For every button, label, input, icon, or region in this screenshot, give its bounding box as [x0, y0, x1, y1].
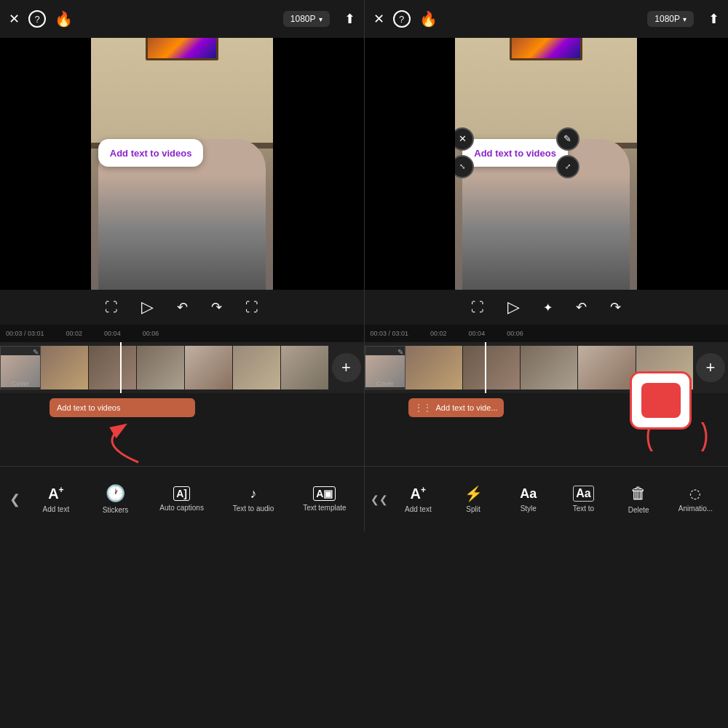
quality-badge-left[interactable]: 1080P: [283, 11, 330, 27]
close-icon-left[interactable]: ✕: [9, 11, 20, 27]
split-label-right: Split: [466, 505, 480, 513]
toolbar-stickers-left[interactable]: 🕐 Stickers: [98, 478, 134, 520]
left-room-painting: [146, 38, 218, 60]
text-to-audio-icon-left: ♪: [250, 486, 257, 502]
toolbar-text-to-audio-left[interactable]: ♪ Text to audio: [230, 478, 277, 520]
text-to-label-right: Text to: [573, 505, 594, 513]
redo-btn-left[interactable]: ↷: [205, 296, 228, 318]
left-video-strip: [41, 346, 329, 389]
toolbar-split-right[interactable]: ⚡ Split: [455, 478, 491, 520]
left-cover-thumb[interactable]: ✎ Cover: [0, 346, 41, 389]
fullscreen-btn-left[interactable]: ⛶: [99, 297, 124, 318]
toolbar-delete-right[interactable]: 🗑 Delete: [620, 478, 657, 520]
left-toolbar-items: A+ Add text 🕐 Stickers A] Auto captions …: [26, 478, 361, 520]
left-marker-2: 00:04: [104, 330, 121, 337]
text-template-label-left: Text template: [303, 504, 346, 512]
left-strip-frame-3: [137, 346, 184, 389]
delete-popup-wrapper: [630, 371, 692, 430]
close-icon-right[interactable]: ✕: [373, 11, 384, 27]
right-marker-1: 00:02: [430, 330, 447, 337]
animation-icon-right: ◌: [689, 486, 701, 502]
right-strip-frame-1: [405, 346, 462, 389]
toolbar-style-right[interactable]: Aa Style: [510, 478, 547, 520]
right-track-drag-handle: ⋮⋮: [414, 403, 432, 413]
undo-btn-right[interactable]: ↶: [570, 296, 593, 318]
left-editor-panel: ✕ ? 🔥 1080P ⬆ Add text to videos: [0, 0, 365, 466]
left-controls-bar: ⛶ ▷ ↶ ↷ ⛶: [0, 290, 364, 325]
left-timeline-cursor: [120, 342, 122, 393]
right-toolbar: ❮❮ A+ Add text ⚡ Split Aa Style Aa Text …: [365, 466, 729, 531]
play-btn-left[interactable]: ▷: [135, 295, 159, 320]
left-arrow-area: [0, 422, 364, 466]
left-video-bg: Add text to videos: [91, 38, 273, 290]
right-timeline-ruler: 00:03 / 03:01 00:02 00:04 00:06: [365, 325, 729, 342]
left-strip-frame-4: [185, 346, 232, 389]
help-icon-left[interactable]: ?: [28, 10, 46, 28]
right-collapse-btn[interactable]: ❮❮: [368, 467, 391, 531]
toolbar-add-text-left[interactable]: A+ Add text: [38, 478, 74, 520]
right-top-bar: ✕ ? 🔥 1080P ⬆: [365, 0, 729, 38]
animation-label-right: Animatio...: [678, 505, 713, 513]
delete-label-right: Delete: [628, 506, 649, 514]
left-text-track-bar[interactable]: Add text to videos: [50, 398, 195, 417]
left-text-bubble[interactable]: Add text to videos: [98, 139, 204, 167]
left-collapse-btn[interactable]: ❮: [3, 467, 26, 531]
left-video-text: Add text to videos: [110, 148, 192, 159]
right-text-track-row: ⋮⋮ Add text to vide...: [365, 393, 729, 422]
right-toolbar-items: A+ Add text ⚡ Split Aa Style Aa Text to …: [391, 478, 726, 520]
expand-btn-right[interactable]: ⛶: [465, 297, 490, 318]
right-text-bubble[interactable]: ✕ ✎ ⤡ ⤢ Add text to videos: [462, 139, 568, 167]
right-editor-panel: ✕ ? 🔥 1080P ⬆ ✕ ✎ ⤡ ⤢: [365, 0, 729, 466]
right-marker-3: 00:06: [507, 330, 523, 337]
add-text-icon-left: A+: [48, 485, 63, 502]
toolbar-text-to-right[interactable]: Aa Text to: [565, 478, 601, 520]
help-icon-right[interactable]: ?: [393, 10, 411, 28]
quality-badge-right[interactable]: 1080P: [647, 11, 694, 27]
right-text-track-label: Add text to vide...: [436, 403, 498, 412]
edit-handle[interactable]: ✎: [556, 127, 579, 151]
toolbar-auto-captions-left[interactable]: A] Auto captions: [157, 478, 207, 520]
auto-captions-icon-left: A]: [173, 486, 190, 501]
stickers-icon-left: 🕐: [106, 484, 125, 503]
left-strip-frame-1: [41, 346, 88, 389]
delete-popup-inner: [641, 383, 681, 418]
right-marker-2: 00:04: [469, 330, 486, 337]
magic-btn-right[interactable]: ✦: [537, 298, 558, 317]
right-cover-label: Cover: [365, 380, 405, 387]
text-template-icon-left: A▣: [313, 486, 336, 501]
left-video-canvas: Add text to videos: [0, 38, 364, 290]
stickers-label-left: Stickers: [103, 506, 129, 514]
upload-icon-right[interactable]: ⬆: [708, 11, 719, 27]
left-strip-frame-6: [281, 346, 328, 389]
left-top-bar: ✕ ? 🔥 1080P ⬆: [0, 0, 364, 38]
right-add-clip-btn[interactable]: +: [696, 353, 725, 382]
upload-icon-left[interactable]: ⬆: [344, 11, 355, 27]
resize-handle-br[interactable]: ⤢: [556, 155, 579, 178]
left-cover-edit-icon: ✎: [33, 348, 39, 356]
right-text-track-bar[interactable]: ⋮⋮ Add text to vide...: [408, 398, 504, 417]
undo-btn-left[interactable]: ↶: [171, 296, 194, 318]
right-cover-edit-icon: ✎: [397, 348, 403, 356]
right-video-text: Add text to videos: [474, 148, 556, 159]
toolbar-animation-right[interactable]: ◌ Animatio...: [676, 478, 716, 520]
expand-btn-left[interactable]: ⛶: [240, 297, 264, 318]
flame-icon-right: 🔥: [419, 10, 438, 28]
toolbar-add-text-right[interactable]: A+ Add text: [400, 478, 436, 520]
text-to-audio-label-left: Text to audio: [233, 505, 274, 513]
delete-icon-right: 🗑: [630, 484, 646, 503]
left-add-clip-btn[interactable]: +: [332, 353, 361, 382]
right-cover-thumb[interactable]: ✎ Cover: [365, 346, 405, 389]
add-text-label-right: Add text: [405, 505, 432, 513]
left-timeline-ruler: 00:03 / 03:01 00:02 00:04 00:06: [0, 325, 364, 342]
right-strip-frame-3: [521, 346, 577, 389]
bottom-toolbar: ❮ A+ Add text 🕐 Stickers A] Auto caption…: [0, 466, 728, 531]
play-btn-right[interactable]: ▷: [502, 295, 526, 320]
left-cover-label: Cover: [1, 380, 40, 387]
right-room-painting: [510, 38, 582, 60]
redo-btn-right[interactable]: ↷: [604, 296, 627, 318]
left-marker-3: 00:06: [143, 330, 159, 337]
left-strip-frame-5: [233, 346, 280, 389]
flame-icon-left: 🔥: [55, 10, 73, 28]
delete-popup[interactable]: [630, 371, 692, 430]
toolbar-text-template-left[interactable]: A▣ Text template: [300, 478, 349, 520]
